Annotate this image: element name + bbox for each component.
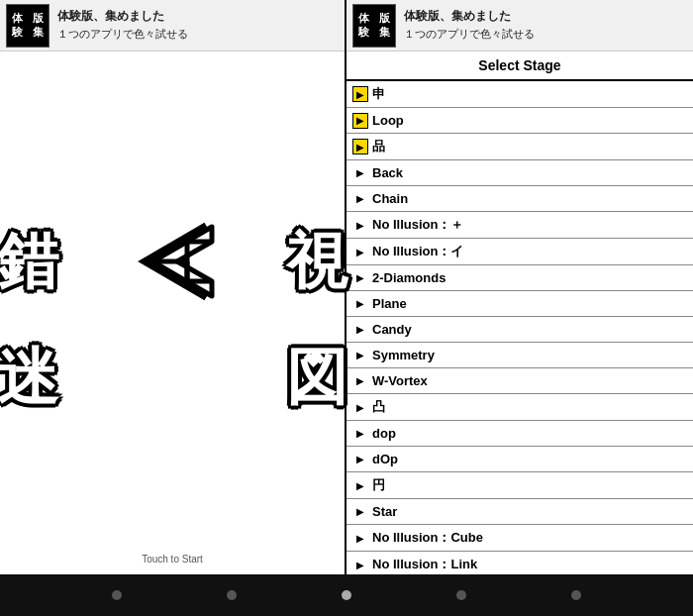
stage-name-label: dop [372,426,396,441]
stage-item[interactable]: ▶No Illusion：Cube [346,525,693,552]
stage-item[interactable]: ▶品 [346,134,693,160]
play-arrow-icon: ▶ [352,557,368,572]
left-screen: 体験 版集 体験版、集めました １つのアプリで色々試せる 錯 [0,0,346,574]
kanji-display: 錯 [34,154,311,471]
touch-to-start[interactable]: Touch to Start [142,554,203,565]
stage-item[interactable]: ▶Plane [346,291,693,317]
kanji-zu: 図 [286,336,347,419]
stage-name-label: 凸 [372,398,385,416]
stage-name-label: Back [372,165,403,180]
play-arrow-icon: ▶ [352,191,368,207]
illusion-figure [118,207,227,316]
stage-name-label: 品 [372,138,385,155]
right-header: 体験 版集 体験版、集めました １つのアプリで色々試せる [346,0,693,51]
kanji-mei: 迷 [0,336,58,419]
left-header-text: 体験版、集めました １つのアプリで色々試せる [57,7,188,44]
play-arrow-icon: ▶ [352,270,368,286]
right-logo: 体験 版集 [352,4,396,48]
stage-name-label: Loop [372,113,404,128]
play-arrow-icon: ▶ [352,217,368,233]
kanji-saku: 錯 [0,220,58,303]
left-content[interactable]: 錯 [0,51,345,574]
stage-name-label: 2-Diamonds [372,270,446,285]
stage-name-label: No Illusion：Link [372,556,477,573]
stage-item[interactable]: ▶Candy [346,317,693,343]
kanji-bottom-row: 迷 図 [0,336,347,419]
stage-item[interactable]: ▶W-Vortex [346,368,693,394]
nav-dot-3[interactable] [342,590,351,600]
play-arrow-icon: ▶ [352,348,368,363]
nav-dot-1[interactable] [112,590,122,600]
play-arrow-icon: ▶ [352,477,368,493]
stage-item[interactable]: ▶2-Diamonds [346,265,693,291]
right-header-text: 体験版、集めました １つのアプリで色々試せる [404,7,535,44]
stage-item[interactable]: ▶No Illusion：イ [346,239,693,265]
stage-name-label: dOp [372,452,398,466]
stage-name-label: No Illusion：イ [372,243,463,260]
kanji-top-row: 錯 [0,207,347,316]
stage-name-label: Candy [372,322,412,337]
stage-item[interactable]: ▶Symmetry [346,343,693,368]
stage-name-label: No Illusion：Cube [372,529,483,547]
stage-item[interactable]: ▶円 [346,472,693,499]
play-arrow-icon: ▶ [352,399,368,415]
left-logo: 体験 版集 [6,4,50,48]
play-arrow-icon: ▶ [352,139,368,154]
play-arrow-icon: ▶ [352,113,368,129]
stage-item[interactable]: ▶dOp [346,447,693,472]
play-arrow-icon: ▶ [352,504,368,520]
stage-item[interactable]: ▶Back [346,160,693,186]
play-arrow-icon: ▶ [352,373,368,389]
left-header: 体験 版集 体験版、集めました １つのアプリで色々試せる [0,0,345,51]
play-arrow-icon: ▶ [352,165,368,181]
stage-item[interactable]: ▶Loop [346,108,693,134]
play-arrow-icon: ▶ [352,244,368,259]
stage-name-label: Plane [372,296,407,311]
nav-dot-4[interactable] [456,590,466,600]
play-arrow-icon: ▶ [352,452,368,467]
stage-list: ▶申▶Loop▶品▶Back▶Chain▶No Illusion：＋▶No Il… [346,81,693,574]
play-arrow-icon: ▶ [352,530,368,546]
play-arrow-icon: ▶ [352,296,368,312]
stage-item[interactable]: ▶No Illusion：Link [346,552,693,574]
stage-item[interactable]: ▶No Illusion：＋ [346,212,693,239]
stage-select-title: Select Stage [346,51,693,81]
stage-item[interactable]: ▶凸 [346,394,693,421]
play-arrow-icon: ▶ [352,322,368,338]
stage-name-label: Star [372,504,397,519]
stage-name-label: Chain [372,191,408,206]
stage-name-label: Symmetry [372,348,435,362]
nav-dot-5[interactable] [571,590,581,600]
stage-name-label: 申 [372,85,385,103]
bottom-nav-bar [0,574,693,616]
play-arrow-icon: ▶ [352,426,368,442]
stage-item[interactable]: ▶dop [346,421,693,447]
kanji-shi: 視 [286,220,347,303]
right-screen: 体験 版集 体験版、集めました １つのアプリで色々試せる Select Stag… [346,0,693,574]
stage-item[interactable]: ▶Chain [346,186,693,212]
stage-name-label: W-Vortex [372,373,428,388]
stage-item[interactable]: ▶申 [346,81,693,108]
stage-name-label: No Illusion：＋ [372,216,463,234]
stage-name-label: 円 [372,476,385,494]
nav-dot-2[interactable] [227,590,237,600]
play-arrow-icon: ▶ [352,86,368,102]
stage-item[interactable]: ▶Star [346,499,693,525]
